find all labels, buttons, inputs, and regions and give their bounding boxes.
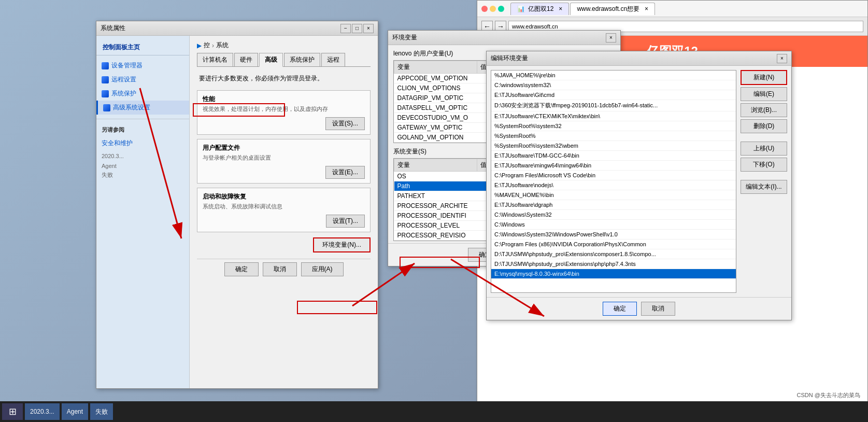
editenv-new-btn[interactable]: 新建(N) xyxy=(741,70,787,85)
taskbar-item-3-label: 失败 xyxy=(95,407,108,416)
editenv-window: 编辑环境变量 × %JAVA_HOME%\jre\binC:\windows\s… xyxy=(486,51,792,320)
browser-min-btn[interactable] xyxy=(490,6,496,12)
editenv-entry[interactable]: %MAVEN_HOME%\bin xyxy=(491,190,736,200)
editenv-down-btn[interactable]: 下移(O) xyxy=(741,158,787,172)
sysprop-min-btn[interactable]: − xyxy=(340,24,351,33)
editenv-edittext-btn[interactable]: 编辑文本(I)... xyxy=(741,180,787,194)
editenv-title: 编辑环境变量 xyxy=(491,54,777,63)
admin-note: 要进行大多数更改，你必须作为管理员登录。 xyxy=(197,72,371,85)
sysprop-max-btn[interactable]: □ xyxy=(352,24,362,33)
envvar-title: 环境变量 xyxy=(392,33,606,42)
breadcrumb: ▶ 控 › 系统 xyxy=(197,41,371,50)
editenv-entry[interactable]: D:\TJU\SMW\phpstudy_pro\Extensions\compo… xyxy=(491,249,736,259)
editenv-body: %JAVA_HOME%\jre\binC:\windows\system32\E… xyxy=(487,66,791,297)
editenv-up-btn[interactable]: 上移(U) xyxy=(741,142,787,156)
sysprop-main: ▶ 控 › 系统 计算机名 硬件 高级 系统保护 远程 要进行大多数更改，你必须… xyxy=(190,36,378,388)
editenv-delete-btn[interactable]: 删除(D) xyxy=(741,119,787,133)
sidebar-agent: Agent xyxy=(96,162,189,170)
envvar-close-btn[interactable]: × xyxy=(606,33,616,43)
taskbar-item-1[interactable]: 2020.3... xyxy=(25,403,60,420)
shield-icon-3 xyxy=(102,90,109,97)
startup-settings-btn[interactable]: 设置(T)... xyxy=(326,215,365,228)
editenv-entry[interactable]: C:\Windows\System32 xyxy=(491,210,736,220)
editenv-ok-btn[interactable]: 确定 xyxy=(603,302,637,316)
sidebar-item-device-mgr[interactable]: 设备管理器 xyxy=(96,59,189,73)
editenv-entry[interactable]: E:\TJUsoftware\dgraph xyxy=(491,200,736,210)
tab-remote[interactable]: 远程 xyxy=(321,53,345,66)
sidebar-date: 2020.3... xyxy=(96,150,189,162)
sidebar-item-security[interactable]: 安全和维护 xyxy=(96,136,189,150)
taskbar-item-1-label: 2020.3... xyxy=(30,408,54,415)
sysprop-title: 系统属性 xyxy=(101,24,340,33)
sys-col-name: 变量 xyxy=(394,159,477,172)
editenv-entry[interactable]: E:\TJUsoftware\Git\cmd xyxy=(491,90,736,100)
sysprop-window: 系统属性 − □ × 控制面板主页 设备管理器 远程设置 系统保护 高级系统 xyxy=(96,21,378,389)
userprofile-section: 用户配置文件 与登录帐户相关的桌面设置 设置(E)... xyxy=(197,139,371,184)
browser-tab1-close[interactable]: × xyxy=(559,5,562,12)
sysprop-apply-btn[interactable]: 应用(A) xyxy=(301,262,344,276)
taskbar-item-2-label: Agent xyxy=(67,408,83,415)
editenv-entry[interactable]: C:\Windows\System32\WindowsPowerShell\v1… xyxy=(491,230,736,240)
editenv-edit-btn[interactable]: 编辑(E) xyxy=(741,87,787,101)
editenv-entry[interactable]: %JAVA_HOME%\jre\bin xyxy=(491,71,736,80)
userprofile-title: 用户配置文件 xyxy=(203,144,365,152)
editenv-buttons: 新建(N) 编辑(E) 浏览(B)... 删除(D) 上移(U) 下移(O) 编… xyxy=(741,70,787,293)
user-col-name: 变量 xyxy=(394,61,477,74)
userprofile-settings-btn[interactable]: 设置(E)... xyxy=(325,166,365,179)
perf-desc: 视觉效果，处理器计划，内存使用，以及虚拟内存 xyxy=(203,105,365,113)
tab-hardware[interactable]: 硬件 xyxy=(234,53,258,66)
tab-sysprotect[interactable]: 系统保护 xyxy=(284,53,320,66)
shield-icon-2 xyxy=(102,76,109,83)
sysprop-cancel-btn[interactable]: 取消 xyxy=(263,262,297,276)
startup-title: 启动和故障恢复 xyxy=(203,192,365,201)
sysprop-tabs: 计算机名 硬件 高级 系统保护 远程 xyxy=(197,53,371,67)
editenv-entry[interactable]: E:\TJUsoftware\TDM-GCC-64\bin xyxy=(491,151,736,161)
editenv-entry[interactable]: D:\TJU\SMW\phpstudy_pro\Extensions\php\p… xyxy=(491,259,736,269)
editenv-entry[interactable]: E:\TJUsoftware\mingw64\mingw64\bin xyxy=(491,161,736,171)
start-btn[interactable]: ⊞ xyxy=(2,403,23,420)
envvar-titlebar: 环境变量 × xyxy=(388,31,620,45)
browser-tab-2[interactable]: www.edrawsoft.cn想要 × xyxy=(570,3,655,15)
editenv-close-btn[interactable]: × xyxy=(777,54,787,63)
sidebar-item-remote[interactable]: 远程设置 xyxy=(96,73,189,87)
sidebar-item-advanced[interactable]: 高级系统设置 xyxy=(96,101,189,115)
browser-tab2-close[interactable]: × xyxy=(645,5,648,12)
perf-title: 性能 xyxy=(203,95,365,104)
tab-advanced[interactable]: 高级 xyxy=(259,53,283,67)
editenv-entries-list[interactable]: %JAVA_HOME%\jre\binC:\windows\system32\E… xyxy=(491,70,736,293)
editenv-entry[interactable]: D:\360安全浏览器下载\ffmpeg-20190101-1dcb5b7-wi… xyxy=(491,100,736,111)
editenv-entry[interactable]: C:\windows\system32\ xyxy=(491,80,736,90)
taskbar-item-3[interactable]: 失败 xyxy=(90,403,113,420)
perf-settings-btn[interactable]: 设置(S)... xyxy=(325,117,365,130)
editenv-entry[interactable]: C:\Program Files (x86)\NVIDIA Corporatio… xyxy=(491,240,736,249)
editenv-entry[interactable]: C:\Windows xyxy=(491,220,736,230)
taskbar-item-2[interactable]: Agent xyxy=(62,403,88,420)
editenv-entry[interactable]: E:\TJUsoftware\CTEX\MiKTeX\miktex\bin\ xyxy=(491,111,736,121)
sysprop-ok-btn[interactable]: 确定 xyxy=(224,262,259,276)
sidebar-item-sysprotect[interactable]: 系统保护 xyxy=(96,87,189,101)
shield-icon-4 xyxy=(103,104,110,111)
userprofile-desc: 与登录帐户相关的桌面设置 xyxy=(203,154,365,162)
editenv-browse-btn[interactable]: 浏览(B)... xyxy=(741,103,787,117)
breadcrumb-control-panel[interactable]: ▶ xyxy=(197,42,202,49)
editenv-btn-spacer2 xyxy=(741,174,787,178)
csdn-watermark: CSDN @失去斗志的菜鸟 xyxy=(797,391,860,399)
editenv-titlebar: 编辑环境变量 × xyxy=(487,51,791,66)
editenv-entry[interactable]: %SystemRoot% xyxy=(491,131,736,141)
sysprop-footer: 确定 取消 应用(A) xyxy=(197,259,371,276)
browser-tab-1[interactable]: 📊 亿图双12 × xyxy=(510,3,569,15)
editenv-entry[interactable]: %SystemRoot%\system32\wbem xyxy=(491,141,736,151)
sysprop-close-btn[interactable]: × xyxy=(363,24,374,33)
env-vars-btn[interactable]: 环境变量(N)... xyxy=(313,237,371,252)
editenv-entry[interactable]: E:\mysql\mysql-8.0.30-winx64\bin xyxy=(491,269,736,279)
startup-desc: 系统启动、系统故障和调试信息 xyxy=(203,203,365,210)
browser-max-btn[interactable] xyxy=(498,6,504,12)
editenv-entry[interactable]: C:\Program Files\Microsoft VS Code\bin xyxy=(491,171,736,180)
editenv-entry[interactable]: E:\TJUsoftware\nodejs\ xyxy=(491,180,736,190)
editenv-cancel-btn[interactable]: 取消 xyxy=(641,302,675,316)
browser-close-btn[interactable] xyxy=(481,6,488,12)
tab-computer-name[interactable]: 计算机名 xyxy=(197,53,233,66)
sidebar-also-title: 另请参阅 xyxy=(96,123,189,136)
editenv-btn-spacer xyxy=(741,135,787,139)
editenv-entry[interactable]: %SystemRoot%\system32 xyxy=(491,121,736,131)
